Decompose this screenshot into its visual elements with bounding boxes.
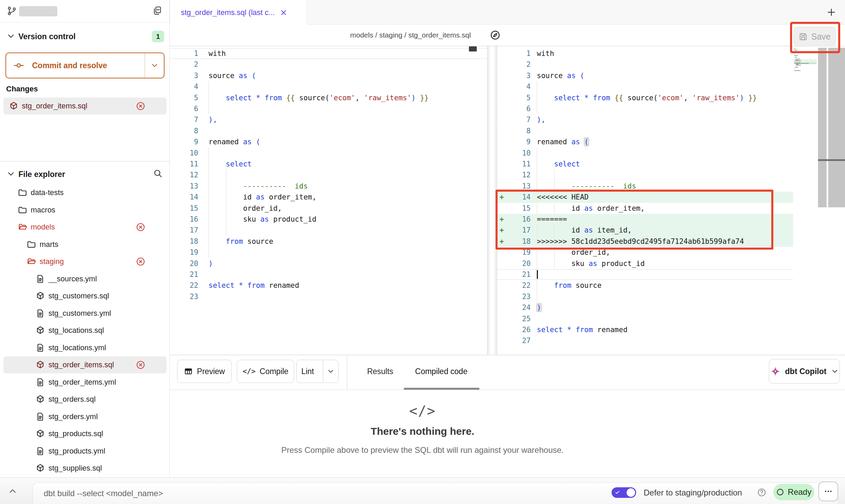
code-line-19[interactable]: 19 order_id, xyxy=(497,247,793,258)
code-line-11[interactable]: 11 select xyxy=(170,159,487,169)
changed-file-row[interactable]: stg_order_items.sql xyxy=(3,98,167,115)
defer-toggle[interactable] xyxy=(612,487,636,498)
code-line-25[interactable]: 25 xyxy=(497,313,793,324)
lint-dropdown-caret[interactable] xyxy=(323,360,338,383)
file-tree-item-stg-order-items-sql[interactable]: stg_order_items.sql xyxy=(3,356,167,373)
code-line-9[interactable]: 9renamed as ( xyxy=(497,136,793,147)
file-tree-item-stg-locations-sql[interactable]: stg_locations.sql xyxy=(3,322,167,339)
code-line-6[interactable]: 6 xyxy=(497,103,793,114)
code-line-27[interactable]: 27 xyxy=(497,335,793,346)
code-line-15[interactable]: 15 id as order_item, xyxy=(497,203,793,214)
code-line-17[interactable]: +17 id as item_id, xyxy=(497,225,793,236)
file-tree-item-stg-customers-sql[interactable]: stg_customers.sql xyxy=(3,287,167,305)
preview-button[interactable]: Preview xyxy=(177,360,232,383)
code-line-1[interactable]: 1with xyxy=(497,48,793,59)
code-line-19[interactable]: 19 xyxy=(170,247,487,258)
code-text: from source xyxy=(201,236,487,247)
compass-docs-icon[interactable] xyxy=(490,30,501,41)
tab-results[interactable]: Results xyxy=(363,360,397,383)
copy-files-icon[interactable] xyxy=(152,5,162,16)
conflict-marker-icon[interactable] xyxy=(136,222,145,232)
lint-button[interactable]: Lint xyxy=(296,360,339,383)
code-line-10[interactable]: 10 xyxy=(170,148,487,159)
code-line-4[interactable]: 4 xyxy=(170,81,487,92)
code-line-17[interactable]: 17 xyxy=(170,225,487,236)
save-button[interactable]: Save xyxy=(793,27,836,46)
code-line-8[interactable]: 8 xyxy=(170,125,487,136)
code-line-23[interactable]: 23 xyxy=(170,291,487,302)
file-tree-item--sources-yml[interactable]: __sources.yml xyxy=(3,270,167,287)
file-tree-item-marts[interactable]: marts xyxy=(3,236,167,253)
file-tree-item-staging[interactable]: staging xyxy=(3,253,167,270)
expand-panel-chevron-icon[interactable] xyxy=(8,486,18,496)
file-tree-item-macros[interactable]: macros xyxy=(3,202,167,219)
code-line-13[interactable]: 13 ---------- ids xyxy=(170,181,487,192)
version-control-chevron-icon[interactable] xyxy=(6,31,16,41)
editor-scrollbar-thumb[interactable] xyxy=(828,48,845,207)
code-line-1[interactable]: 1with xyxy=(170,48,487,59)
code-line-2[interactable]: 2 xyxy=(497,59,793,70)
tab-compiled-code[interactable]: Compiled code xyxy=(411,360,472,383)
file-tree-item-models[interactable]: models xyxy=(3,219,167,236)
conflict-marker-icon[interactable] xyxy=(136,257,145,266)
compile-button[interactable]: </> Compile xyxy=(237,360,294,383)
git-branch-icon xyxy=(7,6,17,16)
code-line-24[interactable]: 24) xyxy=(497,302,793,313)
code-line-26[interactable]: 26select * from renamed xyxy=(497,324,793,335)
file-tree-item-stg-customers-yml[interactable]: stg_customers.yml xyxy=(3,305,167,322)
code-line-21[interactable]: 21 xyxy=(170,269,487,280)
file-tree-item-stg-locations-yml[interactable]: stg_locations.yml xyxy=(3,339,167,356)
left-editor-scrollbar-thumb[interactable] xyxy=(469,46,477,51)
code-line-16[interactable]: 16 sku as product_id xyxy=(170,214,487,225)
tab-stg-order-items[interactable]: stg_order_items.sql (last c... xyxy=(170,0,307,25)
code-line-8[interactable]: 8 xyxy=(497,125,793,136)
code-line-3[interactable]: 3source as ( xyxy=(170,70,487,81)
code-line-20[interactable]: 20) xyxy=(170,258,487,269)
conflict-marker-icon[interactable] xyxy=(136,360,145,370)
code-line-5[interactable]: 5 select * from {{ source('ecom', 'raw_i… xyxy=(170,92,487,103)
code-line-5[interactable]: 5 select * from {{ source('ecom', 'raw_i… xyxy=(497,92,793,103)
code-line-11[interactable]: 11 select xyxy=(497,159,793,169)
code-line-18[interactable]: 18 from source xyxy=(170,236,487,247)
commit-dropdown-caret[interactable] xyxy=(145,53,164,78)
help-icon[interactable] xyxy=(757,488,767,497)
code-line-16[interactable]: +16======= xyxy=(497,214,793,225)
code-line-12[interactable]: 12 xyxy=(497,169,793,180)
line-number: 12 xyxy=(170,169,201,180)
code-line-21[interactable]: 21 xyxy=(497,269,793,280)
new-tab-plus-icon[interactable] xyxy=(826,7,837,18)
code-line-22[interactable]: 22select * from renamed xyxy=(170,280,487,291)
file-tree-item-stg-supplies-sql[interactable]: stg_supplies.sql xyxy=(3,460,167,477)
commit-and-resolve-button[interactable]: Commit and resolve xyxy=(5,53,164,78)
code-line-22[interactable]: 22 from source xyxy=(497,280,793,291)
close-icon[interactable] xyxy=(280,9,288,17)
code-line-12[interactable]: 12 xyxy=(170,169,487,180)
code-line-23[interactable]: 23 xyxy=(497,291,793,302)
code-line-15[interactable]: 15 order_id, xyxy=(170,203,487,214)
code-line-4[interactable]: 4 xyxy=(497,81,793,92)
discard-change-icon[interactable] xyxy=(136,101,145,111)
file-explorer-chevron-icon[interactable] xyxy=(6,169,16,179)
editor-pane-current[interactable]: 1with23source as (45 select * from {{ so… xyxy=(497,48,793,346)
file-tree-item-data-tests[interactable]: data-tests xyxy=(3,184,167,201)
line-number: 10 xyxy=(506,148,533,159)
editor-pane-original[interactable]: 1with23source as (45 select * from {{ so… xyxy=(170,48,487,302)
code-line-9[interactable]: 9renamed as ( xyxy=(170,136,487,147)
code-text: <<<<<<< HEAD xyxy=(533,192,793,203)
file-tree-item-stg-order-items-yml[interactable]: stg_order_items.yml xyxy=(3,374,167,391)
search-icon[interactable] xyxy=(153,168,162,178)
code-line-20[interactable]: 20 sku as product_id xyxy=(497,258,793,269)
code-line-10[interactable]: 10 xyxy=(497,148,793,159)
code-line-14[interactable]: +14<<<<<<< HEAD xyxy=(497,192,793,203)
code-line-6[interactable]: 6 xyxy=(170,103,487,114)
code-line-2[interactable]: 2 xyxy=(170,59,487,70)
code-line-18[interactable]: +18>>>>>>> 58c1dd23d5eebd9cd2495fa7124ab… xyxy=(497,236,793,247)
code-line-7[interactable]: 7), xyxy=(497,114,793,125)
code-line-13[interactable]: 13 ---------- ids xyxy=(497,181,793,192)
dbt-copilot-button[interactable]: dbt Copilot xyxy=(769,359,840,384)
minimap-slider[interactable] xyxy=(818,48,827,207)
code-line-3[interactable]: 3source as ( xyxy=(497,70,793,81)
more-options-button[interactable] xyxy=(818,481,838,501)
code-line-14[interactable]: 14 id as order_item, xyxy=(170,192,487,203)
code-line-7[interactable]: 7), xyxy=(170,114,487,125)
